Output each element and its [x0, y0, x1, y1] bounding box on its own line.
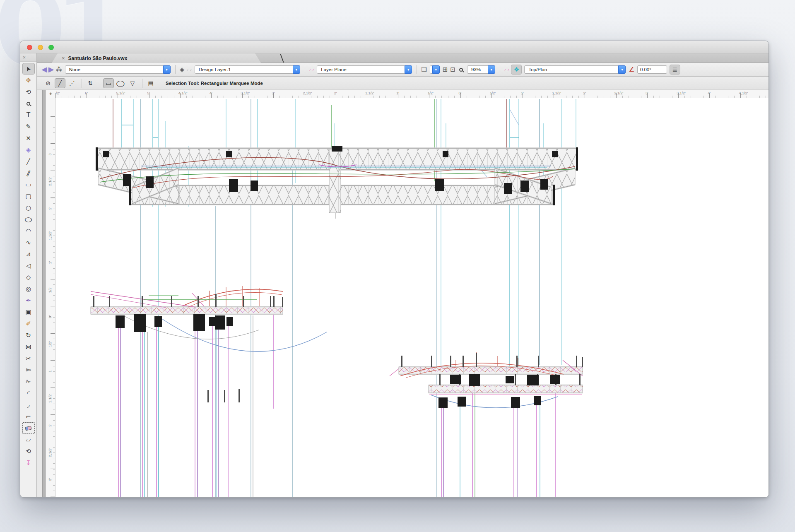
center-tower-truss[interactable]: [329, 150, 341, 213]
truss-post[interactable]: [538, 356, 539, 367]
polyline-tool[interactable]: ◁: [22, 260, 35, 272]
hoist-motor[interactable]: [332, 146, 342, 152]
page-setup-icon[interactable]: ❏: [421, 67, 426, 73]
drag-mode-button[interactable]: ╱: [55, 78, 65, 88]
working-plane-icon[interactable]: ▱: [504, 67, 509, 73]
disable-snapping-mode-button[interactable]: ⊘: [43, 78, 53, 88]
hoist-motor[interactable]: [553, 185, 555, 205]
polygon-marquee-mode-button[interactable]: ▽: [127, 78, 138, 88]
hoist-motor[interactable]: [226, 151, 232, 157]
rotate-view-icon[interactable]: ∠: [629, 67, 634, 73]
truss-post[interactable]: [450, 356, 451, 367]
truss-post[interactable]: [171, 296, 172, 307]
hoist-motor[interactable]: [134, 314, 146, 332]
truss-post[interactable]: [463, 356, 464, 367]
truss-post[interactable]: [198, 296, 199, 307]
connect-combine-tool[interactable]: ⌐: [22, 411, 35, 422]
fillet-tool[interactable]: ◞: [22, 399, 35, 411]
truss-post[interactable]: [516, 356, 518, 367]
multiple-drag-mode-button[interactable]: ⋰: [67, 78, 77, 88]
offset-tool[interactable]: ▣: [22, 306, 35, 318]
view-mode-select[interactable]: Top/Plan ▾: [524, 65, 626, 74]
truss-post[interactable]: [109, 296, 110, 307]
rotation-angle-field[interactable]: [637, 65, 667, 74]
hoist-motor[interactable]: [450, 375, 461, 384]
send-to-surface-tool[interactable]: ↧: [22, 457, 35, 469]
hoist-motor[interactable]: [251, 181, 258, 191]
fit-to-page-icon[interactable]: ⊞: [443, 67, 448, 73]
ladder-truss[interactable]: [91, 307, 283, 314]
cable-curve[interactable]: [91, 291, 196, 307]
hoist-motor[interactable]: [154, 316, 162, 327]
palette-titlebar[interactable]: ×: [20, 53, 36, 62]
hoist-motor[interactable]: [552, 151, 558, 157]
hoist-motor[interactable]: [506, 376, 514, 383]
lasso-marquee-mode-button[interactable]: ◯: [115, 78, 126, 88]
truss-post[interactable]: [576, 356, 577, 367]
layers-icon[interactable]: ◈: [180, 67, 185, 73]
zoom-tool[interactable]: [22, 98, 35, 109]
truss-post[interactable]: [431, 356, 432, 367]
spiral-tool[interactable]: ◎: [22, 283, 35, 295]
hoist-motor[interactable]: [458, 397, 466, 407]
rectangle-tool[interactable]: ▭: [22, 179, 35, 190]
drawing-canvas[interactable]: [55, 98, 768, 497]
truss-post[interactable]: [515, 374, 516, 385]
cable-curve[interactable]: [162, 319, 327, 351]
hoist-motor[interactable]: [527, 375, 539, 385]
hoist-motor[interactable]: [123, 174, 131, 186]
truss-post[interactable]: [270, 296, 271, 307]
hoist-motor[interactable]: [504, 183, 512, 194]
stacked-layers-button[interactable]: ≣: [670, 65, 680, 75]
back-view-icon[interactable]: ◀: [42, 66, 47, 73]
class-options-icon[interactable]: ▱: [187, 67, 192, 73]
palette-close-icon[interactable]: ×: [23, 55, 26, 60]
truss-post[interactable]: [439, 374, 441, 385]
truss-post[interactable]: [142, 296, 143, 307]
hoist-motor[interactable]: [520, 181, 529, 192]
hoist-motor[interactable]: [103, 151, 109, 157]
ruler-origin-icon[interactable]: +: [46, 90, 55, 98]
pan-tool[interactable]: ✥: [22, 75, 35, 86]
truss-post[interactable]: [238, 389, 240, 402]
split-tool[interactable]: ✁: [22, 376, 35, 388]
active-plane-select[interactable]: Layer Plane ▾: [317, 65, 412, 74]
eyedropper-tool[interactable]: ✒: [22, 295, 35, 306]
truss-post[interactable]: [401, 356, 402, 367]
truss-band[interactable]: [130, 185, 553, 205]
rectangular-marquee-mode-button[interactable]: ▭: [103, 78, 114, 88]
hoist-motor[interactable]: [146, 176, 154, 188]
hoist-motor[interactable]: [534, 396, 541, 405]
truss-post[interactable]: [579, 374, 581, 385]
truss-post[interactable]: [476, 353, 477, 367]
fillet-point-tool[interactable]: ◜: [22, 388, 35, 399]
regular-polygon-tool[interactable]: ◇: [22, 272, 35, 283]
truss-post[interactable]: [582, 357, 583, 367]
chevron-down-icon[interactable]: ▾: [618, 65, 626, 74]
hoist-motor[interactable]: [438, 397, 448, 408]
polygon-tool[interactable]: ⊿: [22, 248, 35, 260]
saved-view-select[interactable]: None ▾: [65, 65, 171, 74]
freehand-tool[interactable]: ∿: [22, 237, 35, 248]
page-options-select[interactable]: ▾: [430, 65, 440, 74]
hoist-motor[interactable]: [116, 315, 125, 328]
double-line-tool[interactable]: ∥: [22, 167, 35, 179]
truss-post[interactable]: [93, 296, 94, 307]
circle-tool[interactable]: ○: [22, 202, 35, 214]
chevron-down-icon[interactable]: ▾: [293, 65, 300, 74]
ladder-truss[interactable]: [429, 385, 583, 393]
line-tool[interactable]: ╱: [22, 156, 35, 167]
trim-tool[interactable]: ✄: [22, 364, 35, 376]
hoist-motor[interactable]: [226, 317, 233, 326]
hoist-motor[interactable]: [215, 315, 225, 330]
hoist-motor[interactable]: [469, 374, 480, 386]
truss-post[interactable]: [224, 390, 225, 402]
hoist-motor[interactable]: [576, 147, 578, 171]
hoist-motor[interactable]: [550, 375, 560, 384]
zoom-level-select[interactable]: 93% ▾: [467, 65, 495, 74]
fit-to-objects-icon[interactable]: ⊡: [450, 67, 455, 73]
plane-reference-icon[interactable]: ▱: [309, 67, 314, 73]
arc-tool[interactable]: ◠: [22, 225, 35, 237]
oval-tool[interactable]: ○: [22, 214, 35, 225]
truss-post[interactable]: [243, 296, 244, 307]
